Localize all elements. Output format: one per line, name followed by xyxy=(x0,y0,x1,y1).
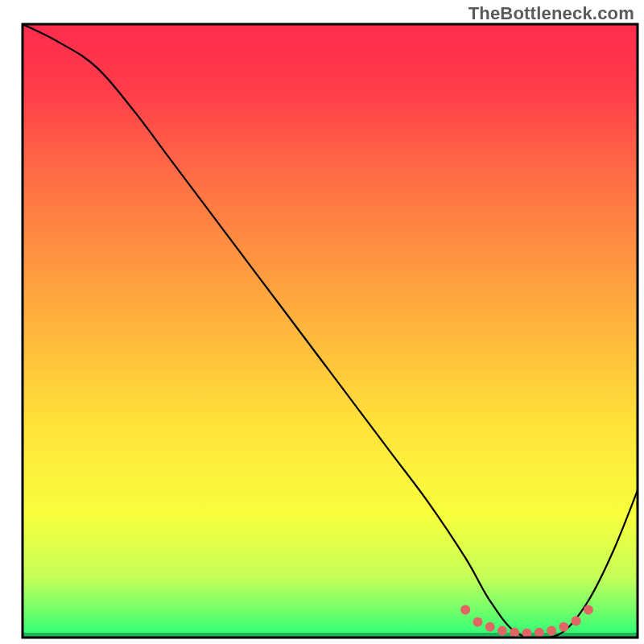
valley-dot xyxy=(460,605,470,615)
valley-dot xyxy=(559,622,568,632)
valley-dot xyxy=(572,616,581,625)
valley-dot xyxy=(547,625,556,635)
bottleneck-chart xyxy=(0,0,644,644)
valley-dot xyxy=(510,628,519,638)
watermark-text: TheBottleneck.com xyxy=(469,3,634,24)
valley-dot xyxy=(584,605,593,615)
valley-dot xyxy=(497,625,507,635)
svg-rect-1 xyxy=(23,24,638,638)
valley-dot xyxy=(535,628,544,638)
valley-dot xyxy=(485,622,495,632)
valley-dot xyxy=(473,617,482,627)
chart-container: TheBottleneck.com xyxy=(0,0,644,644)
